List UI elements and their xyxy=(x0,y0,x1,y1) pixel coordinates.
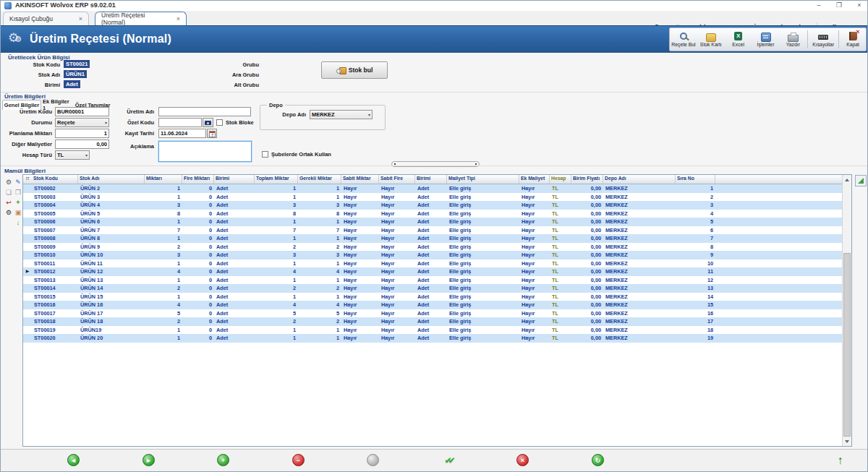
hesap-turu-select[interactable]: TL ▾ xyxy=(55,150,90,160)
column-header[interactable]: Sıra No xyxy=(676,175,715,184)
tab-close-icon[interactable]: × xyxy=(169,15,180,22)
table-cell: ST00011 xyxy=(32,260,78,267)
scroll-down-icon[interactable] xyxy=(843,437,851,446)
column-header[interactable]: Miktarı xyxy=(145,175,182,184)
column-header[interactable]: Depo Adı xyxy=(603,175,676,184)
table-row[interactable]: ST00007ÜRÜN 770Adet77HayırHayırAdetElle … xyxy=(23,226,851,235)
subelerde-ortak-checkbox[interactable] xyxy=(262,151,268,158)
column-header[interactable]: Maliyet Tipi xyxy=(447,175,519,184)
column-header[interactable]: Birimi xyxy=(214,175,255,184)
tab-close-icon[interactable]: × xyxy=(72,15,82,22)
table-row[interactable]: ST00013ÜRÜN 1310Adet11HayırHayırAdetElle… xyxy=(23,276,851,285)
table-row[interactable]: ST00016ÜRÜN 1640Adet44HayırHayırAdetElle… xyxy=(23,301,851,309)
print-button[interactable]: Yazdır xyxy=(779,28,807,51)
stok-adi-label: Stok Adı xyxy=(15,72,60,78)
uretim-kodu-input[interactable]: BUR00001 xyxy=(55,107,109,116)
column-header[interactable]: Sabit Miktar xyxy=(341,175,379,184)
close-button[interactable]: × xyxy=(850,1,868,10)
scroll-up-icon[interactable] xyxy=(843,175,851,184)
planlama-input[interactable]: 1 xyxy=(55,129,109,138)
column-header[interactable]: Stok Kodu xyxy=(32,175,78,184)
edit-icon[interactable]: ✎ xyxy=(14,178,22,186)
settings-icon[interactable]: ⚙ xyxy=(4,178,13,186)
birimi-value[interactable]: Adet xyxy=(64,80,80,88)
package-icon[interactable]: ▣ xyxy=(14,208,22,217)
import-icon[interactable]: ↓ xyxy=(14,218,22,227)
save-button[interactable]: ✔✔ xyxy=(442,454,454,466)
column-header[interactable]: Stok Adı xyxy=(78,175,145,184)
tab-production-recipe[interactable]: Üretim Reçetesi (Normal) × xyxy=(95,12,187,25)
table-row[interactable]: ST00006ÜRÜN 610Adet11HayırHayırAdetElle … xyxy=(23,218,851,226)
close-page-button[interactable]: Kapat xyxy=(840,28,866,51)
table-row[interactable]: ST00019ÜRÜN1910Adet11HayırHayırAdetElle … xyxy=(23,326,851,335)
shortcuts-button[interactable]: Kısayollar xyxy=(809,28,838,51)
table-cell: ÜRÜN 3 xyxy=(78,194,145,200)
stock-card-button[interactable]: Stok Kartı xyxy=(697,28,725,51)
table-row[interactable]: ST00010ÜRÜN 1030Adet33HayırHayırAdetElle… xyxy=(23,251,851,259)
go-top-button[interactable]: ↑ xyxy=(834,454,846,466)
previous-record-button[interactable]: ◄ xyxy=(67,454,80,466)
table-row[interactable]: ST00003ÜRÜN 310Adet11HayırHayırAdetElle … xyxy=(23,193,851,202)
table-row[interactable]: ST00009ÜRÜN 920Adet22HayırHayırAdetElle … xyxy=(23,243,851,252)
card-icon xyxy=(706,33,716,42)
column-header[interactable]: Fire Miktarı xyxy=(182,175,214,184)
table-cell: Adet xyxy=(415,277,447,283)
column-header[interactable]: Sabit Fire xyxy=(379,175,415,184)
scrollbar-thumb[interactable] xyxy=(843,253,851,437)
table-cell: Hayır xyxy=(519,235,550,241)
column-header[interactable]: Toplam Miktar xyxy=(255,175,298,184)
table-cell: Hayır xyxy=(341,327,379,333)
table-row[interactable]: ST00004ÜRÜN 430Adet33HayırHayırAdetElle … xyxy=(23,201,851,210)
minimize-button[interactable]: – xyxy=(809,1,828,10)
find-recipe-button[interactable]: Reçete Bul xyxy=(670,28,697,51)
table-row[interactable]: ST00002ÜRÜN 210Adet11HayırHayırAdetElle … xyxy=(23,184,851,193)
table-row[interactable]: ST00005ÜRÜN 580Adet88HayırHayırAdetElle … xyxy=(23,210,851,218)
table-cell: 8 xyxy=(255,210,298,217)
uretim-adi-input[interactable] xyxy=(158,107,251,116)
depo-adi-select[interactable]: MERKEZ ▾ xyxy=(310,110,373,119)
stok-adi-value[interactable]: ÜRÜN1 xyxy=(64,70,87,78)
stok-bul-button[interactable]: Stok bul xyxy=(321,61,388,79)
table-row[interactable]: ▶ST00012ÜRÜN 1240Adet44HayırHayırAdetEll… xyxy=(23,267,851,276)
delete-record-button[interactable]: − xyxy=(292,454,305,466)
tools-icon[interactable]: ⚙ xyxy=(4,208,13,217)
ozel-kodu-input[interactable] xyxy=(158,118,202,127)
column-header[interactable]: Ek Maliyet xyxy=(519,175,550,184)
table-cell: 0 xyxy=(182,293,214,300)
stok-bloke-checkbox[interactable] xyxy=(216,119,223,126)
column-header[interactable]: Birimi xyxy=(415,175,447,184)
tab-shortcut-bar[interactable]: Kısayol Çubuğu × xyxy=(3,12,89,25)
excel-button[interactable]: X Excel xyxy=(725,28,752,51)
cancel-button[interactable]: × xyxy=(516,454,529,466)
grid-expand-button[interactable] xyxy=(855,175,867,186)
table-row[interactable]: ST00014ÜRÜN 1420Adet22HayırHayırAdetElle… xyxy=(23,284,851,293)
table-row[interactable]: ST00020ÜRÜN 2010Adet11HayırHayırAdetElle… xyxy=(23,334,851,343)
restore-button[interactable]: ❐ xyxy=(830,1,848,10)
stok-kodu-value[interactable]: ST00021 xyxy=(64,60,90,68)
column-header[interactable]: Hesap xyxy=(550,175,571,184)
add-icon[interactable]: + xyxy=(14,198,22,207)
add-record-button[interactable]: + xyxy=(217,454,229,466)
vertical-scrollbar[interactable] xyxy=(842,175,851,446)
edit-record-button[interactable] xyxy=(367,454,379,466)
aciklama-textarea[interactable] xyxy=(158,141,252,162)
copy-icon[interactable]: ❐ xyxy=(14,188,22,197)
table-row[interactable]: ST00011ÜRÜN 1110Adet11HayırHayırAdetElle… xyxy=(23,259,851,268)
new-document-icon[interactable]: ❏ xyxy=(4,188,13,197)
table-row[interactable]: ST00017ÜRÜN 1750Adet55HayırHayırAdetElle… xyxy=(23,309,851,318)
calendar-button[interactable] xyxy=(207,129,217,138)
undo-icon[interactable]: ↩ xyxy=(4,198,13,207)
ozel-kodu-lookup-button[interactable] xyxy=(203,118,213,127)
table-row[interactable]: ST00015ÜRÜN 1510Adet11HayırHayırAdetElle… xyxy=(23,293,851,301)
column-header[interactable]: Gerekli Miktar xyxy=(298,175,341,184)
refresh-button[interactable]: ↻ xyxy=(592,454,604,466)
kayit-tarihi-input[interactable]: 11.06.2024 xyxy=(158,129,206,138)
table-row[interactable]: ST00018ÜRÜN 1820Adet22HayırHayırAdetElle… xyxy=(23,317,851,326)
table-cell: Hayır xyxy=(379,318,415,325)
operations-button[interactable]: İşlemler xyxy=(752,28,780,51)
diger-maliyetler-input[interactable]: 0,00 xyxy=(55,140,109,149)
next-record-button[interactable]: ► xyxy=(142,454,155,466)
durumu-select[interactable]: Reçete ▾ xyxy=(55,118,109,127)
column-header[interactable]: Birim Fiyatı xyxy=(571,175,603,184)
table-row[interactable]: ST00008ÜRÜN 810Adet11HayırHayırAdetElle … xyxy=(23,234,851,243)
